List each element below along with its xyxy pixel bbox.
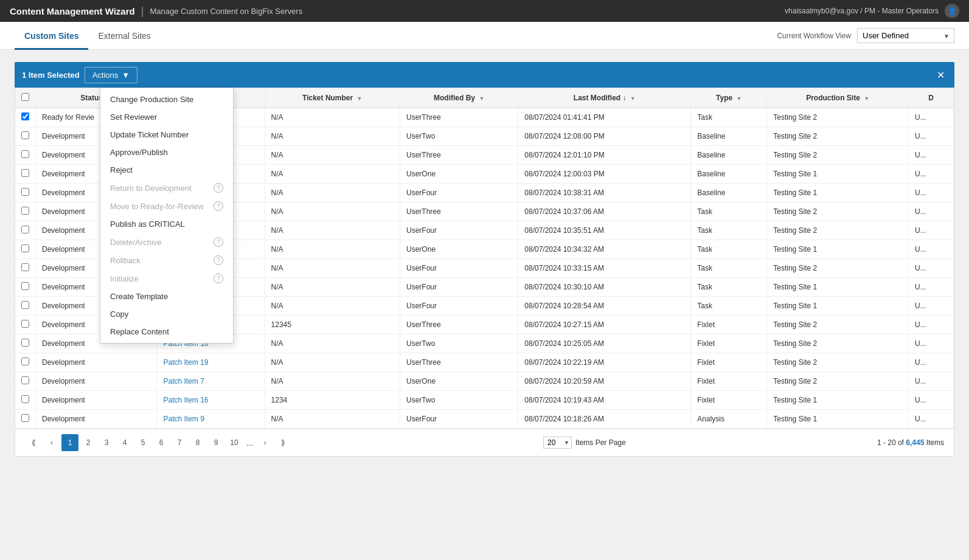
workflow-select[interactable]: User Defined Standard Custom <box>857 28 954 43</box>
create-template-label: Create Template <box>110 292 168 301</box>
header-right: vhaisaalmyb0@va.gov / PM - Master Operat… <box>785 4 959 18</box>
next-page-button[interactable]: › <box>257 434 274 451</box>
row-checkbox[interactable] <box>21 169 29 177</box>
row-name-link[interactable]: Patch Item 19 <box>163 358 208 367</box>
row-checkbox-cell <box>15 108 36 127</box>
row-modified-by: UserThree <box>400 146 518 165</box>
rollback-label: Rollback <box>110 256 141 265</box>
row-checkbox[interactable] <box>21 207 29 215</box>
row-production-site: Testing Site 2 <box>767 259 909 278</box>
user-avatar[interactable]: 👤 <box>945 4 959 18</box>
dropdown-item-rollback[interactable]: Rollback ? <box>100 251 233 269</box>
row-checkbox[interactable] <box>21 150 29 158</box>
copy-label: Copy <box>110 309 128 319</box>
page-button-7[interactable]: 7 <box>171 434 188 451</box>
row-checkbox[interactable] <box>21 301 29 309</box>
dropdown-item-approve-publish[interactable]: Approve/Publish <box>100 143 233 161</box>
row-d: U... <box>909 297 954 316</box>
row-last-modified: 08/07/2024 10:19:43 AM <box>518 391 691 410</box>
row-checkbox[interactable] <box>21 188 29 196</box>
page-button-5[interactable]: 5 <box>134 434 151 451</box>
row-type: Baseline <box>691 146 767 165</box>
page-button-3[interactable]: 3 <box>98 434 115 451</box>
row-checkbox[interactable] <box>21 244 29 252</box>
row-name-link[interactable]: Patch Item 16 <box>163 396 208 404</box>
row-checkbox[interactable] <box>21 395 29 403</box>
top-header: Content Management Wizard | Manage Custo… <box>0 0 969 22</box>
row-ticket-number: N/A <box>265 410 400 429</box>
dropdown-item-change-production-site[interactable]: Change Production Site <box>100 91 233 108</box>
tab-external-sites[interactable]: External Sites <box>88 22 160 50</box>
dropdown-item-publish-critical[interactable]: Publish as CRITICAL <box>100 215 233 233</box>
range-text: 1 - 20 of <box>877 438 906 447</box>
row-name: Patch Item 19 <box>157 353 265 372</box>
header-production-site[interactable]: Production Site ▼ <box>767 88 909 108</box>
row-checkbox-cell <box>15 334 36 353</box>
row-checkbox[interactable] <box>21 282 29 290</box>
dropdown-item-delete-archive[interactable]: Delete/Archive ? <box>100 233 233 251</box>
row-status: Development <box>36 410 157 429</box>
row-production-site: Testing Site 1 <box>767 165 909 184</box>
row-d: U... <box>909 240 954 259</box>
type-sort-icon: ▼ <box>737 95 742 102</box>
row-d: U... <box>909 391 954 410</box>
pagination-bar: ⟪ ‹ 1 2 3 4 5 6 7 8 9 10 ... › ⟫ 20 50 1… <box>15 429 954 457</box>
row-checkbox[interactable] <box>21 226 29 233</box>
row-checkbox[interactable] <box>21 112 29 120</box>
row-checkbox[interactable] <box>21 358 29 365</box>
row-checkbox[interactable] <box>21 320 29 328</box>
row-checkbox[interactable] <box>21 263 29 271</box>
publish-critical-label: Publish as CRITICAL <box>110 220 185 229</box>
page-button-8[interactable]: 8 <box>189 434 206 451</box>
actions-button[interactable]: Actions ▼ <box>85 67 138 83</box>
row-last-modified: 08/07/2024 10:33:15 AM <box>518 259 691 278</box>
first-page-button[interactable]: ⟪ <box>25 434 42 451</box>
dropdown-item-update-ticket-number[interactable]: Update Ticket Number <box>100 126 233 143</box>
row-name-link[interactable]: Patch Item 7 <box>163 377 204 385</box>
row-modified-by: UserOne <box>400 372 518 391</box>
row-checkbox[interactable] <box>21 414 29 422</box>
page-numbers: ⟪ ‹ 1 2 3 4 5 6 7 8 9 10 ... › ⟫ <box>25 434 292 451</box>
row-checkbox[interactable] <box>21 376 29 384</box>
header-ticket-number[interactable]: Ticket Number ▼ <box>265 88 400 108</box>
dropdown-item-reject[interactable]: Reject <box>100 161 233 179</box>
dropdown-item-create-template[interactable]: Create Template <box>100 288 233 305</box>
row-last-modified: 08/07/2024 10:38:31 AM <box>518 184 691 202</box>
per-page-select[interactable]: 20 50 100 <box>543 437 572 449</box>
row-ticket-number: N/A <box>265 372 400 391</box>
row-type: Baseline <box>691 165 767 184</box>
row-last-modified: 08/07/2024 10:34:32 AM <box>518 240 691 259</box>
row-name-link[interactable]: Patch Item 9 <box>163 415 204 423</box>
header-modified-by[interactable]: Modified By ▼ <box>400 88 518 108</box>
row-checkbox[interactable] <box>21 131 29 139</box>
prev-page-button[interactable]: ‹ <box>43 434 60 451</box>
delete-archive-help-icon: ? <box>214 237 223 247</box>
row-checkbox[interactable] <box>21 339 29 347</box>
dropdown-item-set-reviewer[interactable]: Set Reviewer <box>100 108 233 126</box>
row-checkbox-cell <box>15 372 36 391</box>
dropdown-item-copy[interactable]: Copy <box>100 305 233 323</box>
row-checkbox-cell <box>15 184 36 202</box>
close-selection-button[interactable]: ✕ <box>934 67 947 83</box>
page-button-6[interactable]: 6 <box>153 434 170 451</box>
select-all-checkbox[interactable] <box>21 93 29 101</box>
header-last-modified[interactable]: Last Modified ↓ ▼ <box>518 88 691 108</box>
per-page-label: Items Per Page <box>575 438 626 447</box>
dropdown-item-return-to-development[interactable]: Return to Development ? <box>100 179 233 197</box>
page-button-9[interactable]: 9 <box>207 434 224 451</box>
tab-custom-sites[interactable]: Custom Sites <box>15 22 88 50</box>
header-d: D <box>909 88 954 108</box>
row-ticket-number: N/A <box>265 202 400 221</box>
header-type[interactable]: Type ▼ <box>691 88 767 108</box>
dropdown-item-replace-content[interactable]: Replace Content <box>100 323 233 340</box>
page-button-10[interactable]: 10 <box>226 434 243 451</box>
last-page-button[interactable]: ⟫ <box>275 434 292 451</box>
row-production-site: Testing Site 1 <box>767 184 909 202</box>
row-ticket-number: N/A <box>265 127 400 146</box>
row-d: U... <box>909 372 954 391</box>
page-button-2[interactable]: 2 <box>80 434 97 451</box>
dropdown-item-initialize[interactable]: Initialize ? <box>100 269 233 288</box>
dropdown-item-move-to-ready[interactable]: Move to Ready-for-Review ? <box>100 197 233 215</box>
page-button-4[interactable]: 4 <box>116 434 133 451</box>
page-button-1[interactable]: 1 <box>61 434 78 451</box>
